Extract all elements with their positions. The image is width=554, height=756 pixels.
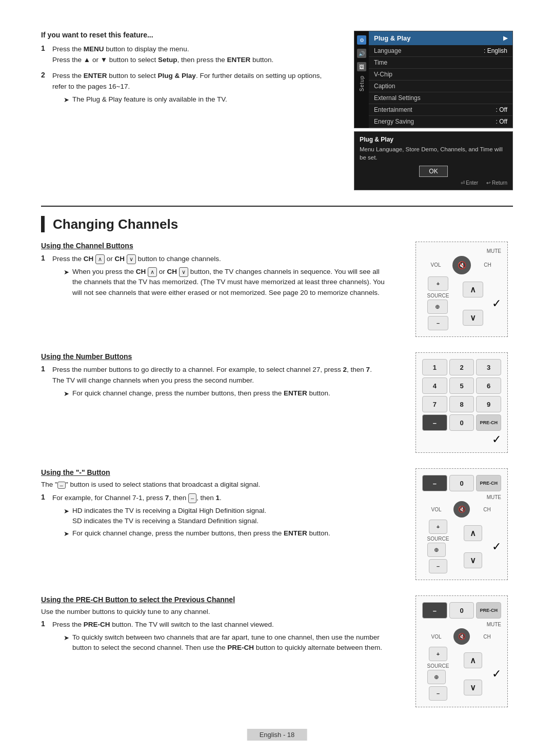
- ch-spacer-2: [464, 543, 482, 550]
- vol-col-3: + SOURCE ⊕ –: [422, 647, 454, 701]
- arrow-sym-4: ➤: [64, 529, 69, 539]
- zero-btn-4[interactable]: 0: [449, 602, 474, 619]
- arrow-sym-5: ➤: [64, 633, 69, 653]
- mute-btn-3[interactable]: 🔇: [453, 628, 470, 645]
- vol-plus-btn[interactable]: +: [428, 276, 448, 291]
- row-label-0: Language: [374, 47, 401, 54]
- dash-note-1: ➤ HD indicates the TV is receiving a Dig…: [64, 506, 330, 527]
- tv-menu-row-5: Entertainment : Off: [369, 104, 512, 116]
- dash-step1-text: For example, for Channel 7-1, press 7, t…: [52, 493, 330, 540]
- dash-button-heading: Using the "-" Button: [41, 468, 390, 476]
- row-label-5: Entertainment: [374, 106, 412, 113]
- checkmark-1: ✓: [492, 297, 501, 310]
- tv-popup-footer: ⏎ Enter ↩ Return: [360, 180, 507, 186]
- ch-spacer-3: [464, 670, 482, 678]
- step2-text: Press the ENTER button to select Plug & …: [52, 71, 333, 105]
- channel-note: ➤ When you press the CH ∧ or CH ∨ button…: [64, 267, 390, 298]
- mute-btn-2[interactable]: 🔇: [453, 501, 470, 518]
- btn-4[interactable]: 4: [422, 377, 447, 394]
- dash-top-row: – 0 PRE-CH: [422, 475, 501, 491]
- ch-up-arrow-btn[interactable]: ∧: [463, 282, 483, 297]
- number-step1-text: Press the number buttons to go directly …: [52, 365, 372, 399]
- btn-prech[interactable]: PRE-CH: [476, 414, 501, 431]
- btn-6[interactable]: 6: [476, 377, 501, 394]
- numpad-grid: 1 2 3 4 5 6 7 8 9 – 0 PRE-CH: [422, 359, 501, 431]
- menu-bold: MENU: [84, 45, 104, 53]
- source-btn-3[interactable]: ⊕: [427, 670, 446, 684]
- btn-1[interactable]: 1: [422, 359, 447, 375]
- vol-minus-btn[interactable]: –: [428, 316, 448, 330]
- btn-0[interactable]: 0: [449, 414, 474, 431]
- plug-bold: Plug & Play: [158, 72, 196, 79]
- ch-up-btn: ∧: [95, 254, 105, 264]
- tv-menu-sidebar: ⚙ 🔊 🖼 Setup: [354, 31, 369, 128]
- ch-col-2: ∧ ∨: [457, 525, 489, 568]
- ch-dn-2[interactable]: ∨: [464, 552, 482, 568]
- mute-icon: 🔇: [458, 261, 466, 269]
- dash-btn-4[interactable]: –: [422, 602, 447, 619]
- vol-plus-3[interactable]: +: [429, 647, 447, 661]
- prech-btn-top[interactable]: PRE-CH: [476, 475, 501, 491]
- source-area-2: SOURCE ⊕: [427, 536, 449, 557]
- source-label: SOURCE: [427, 293, 449, 299]
- row-value-6: : Off: [496, 118, 507, 125]
- btn-2[interactable]: 2: [449, 359, 474, 375]
- ch-dn-arrow-btn[interactable]: ∨: [463, 310, 483, 326]
- step2-num: 2: [41, 71, 48, 105]
- enter-bold-1: ENTER: [227, 56, 250, 64]
- zero-btn-top[interactable]: 0: [449, 475, 474, 491]
- prech-note: ➤ To quickly switch between two channels…: [64, 632, 390, 653]
- btn-dash[interactable]: –: [422, 414, 447, 431]
- picture-icon: 🖼: [357, 62, 366, 71]
- number-buttons-remote: 1 2 3 4 5 6 7 8 9 – 0 PRE-CH ✓: [410, 352, 513, 453]
- step1-num: 1: [41, 44, 48, 66]
- arrow-sym-1: ➤: [64, 267, 69, 298]
- btn-8[interactable]: 8: [449, 396, 474, 412]
- number-step1-num: 1: [41, 365, 48, 399]
- source-btn-2[interactable]: ⊕: [427, 543, 446, 557]
- btn-5[interactable]: 5: [449, 377, 474, 394]
- dash-button-section: Using the "-" Button The "–" button is u…: [41, 468, 513, 580]
- step2-note-text: The Plug & Play feature is only availabl…: [72, 94, 227, 105]
- footer-text: English - 18: [260, 731, 295, 739]
- ch-dn-btn: ∨: [127, 254, 136, 264]
- channel-note-text: When you press the CH ∧ or CH ∨ button, …: [72, 267, 390, 298]
- ch-up-3[interactable]: ∧: [464, 652, 482, 668]
- tv-menu-header: Plug & Play ▶: [369, 31, 512, 45]
- prech-btn-4[interactable]: PRE-CH: [476, 602, 501, 619]
- source-label-2: SOURCE: [427, 536, 449, 542]
- vol-label: VOL: [422, 262, 449, 268]
- tv-menu-header-title: Plug & Play: [374, 34, 411, 42]
- top-section: If you want to reset this feature... 1 P…: [41, 31, 513, 190]
- row-label-6: Energy Saving: [374, 118, 414, 125]
- prech-step1-num: 1: [41, 620, 48, 653]
- return-label: ↩ Return: [486, 180, 507, 186]
- ch-up-inline: ∧: [148, 267, 157, 277]
- ch-dn-3[interactable]: ∨: [464, 680, 482, 695]
- dash-note-1-text: HD indicates the TV is receiving a Digit…: [72, 506, 266, 527]
- arrow-symbol: ➤: [64, 95, 69, 105]
- vol-plus-2[interactable]: +: [429, 520, 447, 534]
- setup-bold: Setup: [158, 56, 177, 64]
- mute-btn[interactable]: 🔇: [452, 256, 471, 274]
- vol-minus-2[interactable]: –: [429, 559, 447, 573]
- step2-block: 2 Press the ENTER button to select Plug …: [41, 71, 333, 105]
- ch-up-2[interactable]: ∧: [464, 525, 482, 541]
- vol-label-3: VOL: [422, 634, 450, 640]
- source-btn[interactable]: ⊕: [427, 300, 448, 314]
- prech-button-remote: – 0 PRE-CH MUTE VOL 🔇 CH: [410, 595, 513, 707]
- channel-step1-text: Press the CH ∧ or CH ∨ button to change …: [52, 254, 390, 298]
- remote-diagram-3: – 0 PRE-CH MUTE VOL 🔇 CH: [416, 468, 508, 580]
- channel-step1-num: 1: [41, 254, 48, 298]
- tv-popup-ok-btn[interactable]: OK: [419, 166, 447, 177]
- btn-9[interactable]: 9: [476, 396, 501, 412]
- dash-btn-top[interactable]: –: [422, 475, 447, 491]
- ch-label-2: CH: [473, 507, 501, 512]
- ch-label-3: CH: [473, 634, 501, 640]
- source-area-3: SOURCE ⊕: [427, 663, 449, 684]
- dash-step1: 1 For example, for Channel 7-1, press 7,…: [41, 493, 390, 540]
- ch-dn-inline: ∨: [179, 267, 188, 277]
- btn-7[interactable]: 7: [422, 396, 447, 412]
- btn-3[interactable]: 3: [476, 359, 501, 375]
- vol-minus-3[interactable]: –: [429, 686, 447, 701]
